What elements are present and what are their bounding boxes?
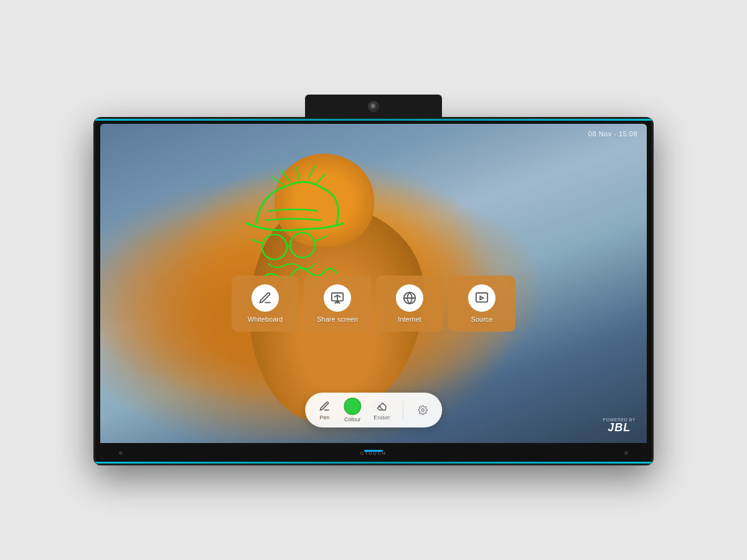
tv-frame: 08 Nov - 15:08 Whiteboard [93,117,654,465]
source-label: Source [471,315,493,323]
internet-button[interactable]: Internet [376,276,443,332]
share-screen-button[interactable]: Share screen [304,276,371,332]
side-dot-right [624,451,628,455]
svg-line-0 [296,167,299,180]
source-button[interactable]: Source [448,276,515,332]
colour-dot[interactable] [344,398,361,415]
camera-lens-inner [371,104,376,109]
camera-lens [368,101,379,112]
side-dot-left [119,451,123,455]
tv-display: 08 Nov - 15:08 Whiteboard [93,95,654,465]
datetime: 08 Nov - 15:08 [588,130,637,138]
pen-tool[interactable]: Pen [317,399,331,421]
jbl-logo: POWERED BY JBL [603,418,636,434]
quick-menu-label: QUICK MENU [355,416,392,420]
svg-line-2 [281,170,290,181]
svg-line-1 [309,166,315,178]
share-screen-icon-circle [324,284,351,312]
settings-tool[interactable] [416,403,430,417]
svg-line-3 [317,174,326,183]
whiteboard-button[interactable]: Whiteboard [232,276,299,332]
svg-line-4 [271,177,283,184]
pen-icon [317,399,331,413]
source-icon-circle [468,284,496,312]
bottom-brand: CTOUCH [360,451,387,455]
menu-container: Whiteboard Share screen [232,276,515,332]
eraser-icon [375,399,388,413]
whiteboard-icon-circle [251,284,279,312]
quick-menu-divider [403,401,403,419]
share-screen-label: Share screen [317,315,357,323]
settings-icon [416,403,430,417]
svg-point-6 [290,233,315,258]
jbl-brand: JBL [608,421,631,434]
camera-bar [305,95,442,118]
quick-menu: Pen Colour Eraser [305,393,442,427]
whiteboard-label: Whiteboard [248,315,283,323]
pen-label: Pen [319,414,329,421]
bottom-bar: CTOUCH [100,443,647,459]
internet-icon-circle [396,284,423,312]
internet-label: Internet [398,315,421,323]
tv-screen: 08 Nov - 15:08 Whiteboard [100,124,647,459]
svg-point-11 [421,409,424,411]
svg-point-5 [262,235,287,259]
